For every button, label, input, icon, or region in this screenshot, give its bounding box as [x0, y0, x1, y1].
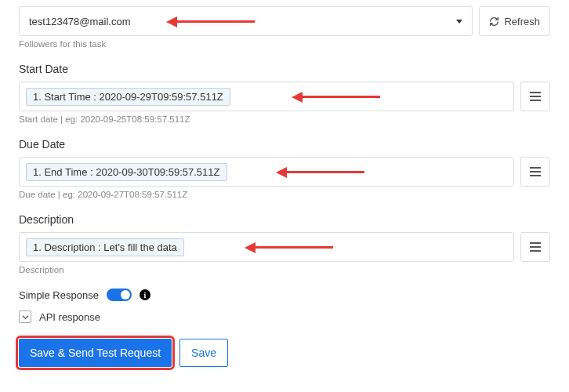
start-date-input[interactable]: 1. Start Time : 2020-09-29T09:59:57.511Z [19, 82, 514, 111]
description-label: Description [19, 213, 550, 226]
followers-value: test123478@mail.com [29, 16, 131, 27]
due-date-menu-button[interactable] [520, 157, 550, 187]
due-date-label: Due Date [19, 138, 550, 151]
hamburger-icon [530, 167, 541, 176]
followers-select[interactable]: test123478@mail.com [19, 6, 473, 36]
annotation-arrow-line [255, 246, 333, 249]
hamburger-icon [530, 92, 541, 101]
simple-response-label: Simple Response [19, 289, 99, 301]
save-button[interactable]: Save [179, 339, 228, 367]
description-menu-button[interactable] [520, 232, 550, 262]
save-send-test-button[interactable]: Save & Send Test Request [19, 339, 172, 367]
annotation-arrow-line [176, 20, 255, 23]
description-helper: Description [19, 265, 550, 274]
annotation-arrow-icon [276, 167, 287, 178]
due-date-chip: 1. End Time : 2020-09-30T09:59:57.511Z [26, 163, 227, 181]
followers-helper: Followers for this task [19, 39, 550, 49]
description-chip: 1. Description : Let's fill the data [26, 238, 184, 256]
chevron-down-icon [22, 314, 29, 321]
start-date-chip: 1. Start Time : 2020-09-29T09:59:57.511Z [26, 88, 230, 106]
annotation-arrow-icon [292, 92, 303, 103]
api-response-expand[interactable] [19, 310, 31, 323]
chevron-down-icon [456, 20, 462, 24]
description-input[interactable]: 1. Description : Let's fill the data [19, 232, 514, 262]
refresh-label: Refresh [504, 16, 540, 27]
api-response-label: API response [39, 311, 100, 323]
hamburger-icon [530, 242, 541, 252]
refresh-button[interactable]: Refresh [479, 6, 550, 36]
annotation-arrow-line [302, 96, 380, 98]
start-date-label: Start Date [19, 63, 550, 75]
due-date-input[interactable]: 1. End Time : 2020-09-30T09:59:57.511Z [19, 157, 514, 187]
annotation-arrow-icon [245, 242, 256, 253]
annotation-arrow-line [286, 171, 364, 173]
simple-response-toggle[interactable] [107, 289, 132, 301]
refresh-icon [489, 16, 499, 27]
annotation-arrow-icon [166, 16, 177, 27]
due-date-helper: Due date | eg: 2020-09-27T08:59:57.511Z [19, 190, 550, 199]
start-date-menu-button[interactable] [520, 82, 550, 111]
start-date-helper: Start date | eg: 2020-09-25T08:59:57.511… [19, 114, 550, 124]
info-icon[interactable]: i [140, 289, 150, 300]
